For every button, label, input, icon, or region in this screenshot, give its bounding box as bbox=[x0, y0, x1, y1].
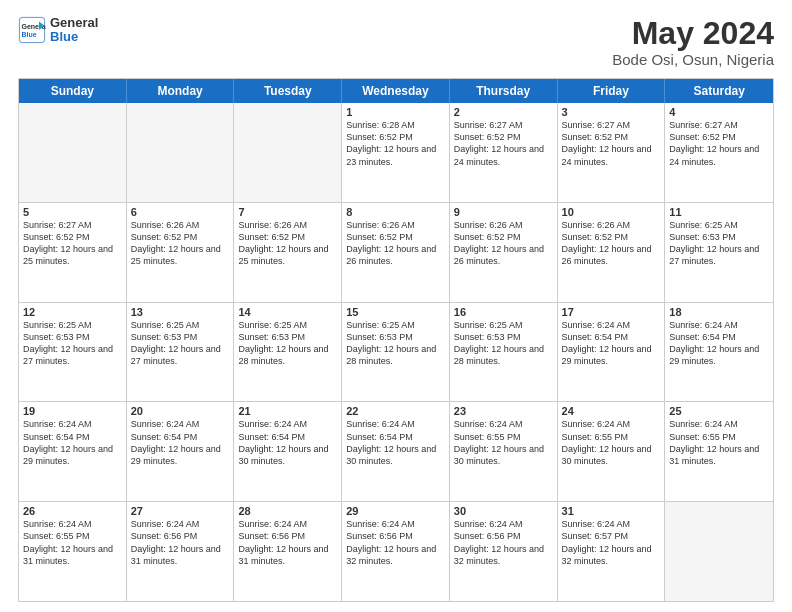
day-number: 30 bbox=[454, 505, 553, 517]
calendar-cell: 10Sunrise: 6:26 AMSunset: 6:52 PMDayligh… bbox=[558, 203, 666, 302]
calendar-cell: 11Sunrise: 6:25 AMSunset: 6:53 PMDayligh… bbox=[665, 203, 773, 302]
day-number: 27 bbox=[131, 505, 230, 517]
calendar-cell: 25Sunrise: 6:24 AMSunset: 6:55 PMDayligh… bbox=[665, 402, 773, 501]
cell-info: Sunrise: 6:26 AMSunset: 6:52 PMDaylight:… bbox=[238, 219, 337, 268]
calendar: Sunday Monday Tuesday Wednesday Thursday… bbox=[18, 78, 774, 602]
calendar-cell: 28Sunrise: 6:24 AMSunset: 6:56 PMDayligh… bbox=[234, 502, 342, 601]
calendar-cell: 13Sunrise: 6:25 AMSunset: 6:53 PMDayligh… bbox=[127, 303, 235, 402]
day-number: 8 bbox=[346, 206, 445, 218]
cell-info: Sunrise: 6:24 AMSunset: 6:56 PMDaylight:… bbox=[131, 518, 230, 567]
day-number: 6 bbox=[131, 206, 230, 218]
calendar-body: 1Sunrise: 6:28 AMSunset: 6:52 PMDaylight… bbox=[19, 103, 773, 601]
day-number: 20 bbox=[131, 405, 230, 417]
cell-info: Sunrise: 6:24 AMSunset: 6:55 PMDaylight:… bbox=[562, 418, 661, 467]
cell-info: Sunrise: 6:26 AMSunset: 6:52 PMDaylight:… bbox=[131, 219, 230, 268]
header-wednesday: Wednesday bbox=[342, 79, 450, 103]
svg-text:Blue: Blue bbox=[22, 31, 37, 38]
cell-info: Sunrise: 6:24 AMSunset: 6:56 PMDaylight:… bbox=[454, 518, 553, 567]
header-sunday: Sunday bbox=[19, 79, 127, 103]
calendar-cell: 4Sunrise: 6:27 AMSunset: 6:52 PMDaylight… bbox=[665, 103, 773, 202]
calendar-cell bbox=[19, 103, 127, 202]
cell-info: Sunrise: 6:26 AMSunset: 6:52 PMDaylight:… bbox=[562, 219, 661, 268]
header-saturday: Saturday bbox=[665, 79, 773, 103]
cell-info: Sunrise: 6:25 AMSunset: 6:53 PMDaylight:… bbox=[454, 319, 553, 368]
calendar-cell: 12Sunrise: 6:25 AMSunset: 6:53 PMDayligh… bbox=[19, 303, 127, 402]
cell-info: Sunrise: 6:24 AMSunset: 6:56 PMDaylight:… bbox=[346, 518, 445, 567]
calendar-cell: 20Sunrise: 6:24 AMSunset: 6:54 PMDayligh… bbox=[127, 402, 235, 501]
calendar-cell: 3Sunrise: 6:27 AMSunset: 6:52 PMDaylight… bbox=[558, 103, 666, 202]
logo-icon: General Blue bbox=[18, 16, 46, 44]
cell-info: Sunrise: 6:24 AMSunset: 6:54 PMDaylight:… bbox=[346, 418, 445, 467]
day-number: 18 bbox=[669, 306, 769, 318]
calendar-cell: 22Sunrise: 6:24 AMSunset: 6:54 PMDayligh… bbox=[342, 402, 450, 501]
calendar-cell: 5Sunrise: 6:27 AMSunset: 6:52 PMDaylight… bbox=[19, 203, 127, 302]
header: General Blue General Blue May 2024 Bode … bbox=[18, 16, 774, 68]
day-number: 1 bbox=[346, 106, 445, 118]
day-number: 17 bbox=[562, 306, 661, 318]
week-row-1: 5Sunrise: 6:27 AMSunset: 6:52 PMDaylight… bbox=[19, 203, 773, 303]
calendar-cell: 7Sunrise: 6:26 AMSunset: 6:52 PMDaylight… bbox=[234, 203, 342, 302]
cell-info: Sunrise: 6:27 AMSunset: 6:52 PMDaylight:… bbox=[562, 119, 661, 168]
cell-info: Sunrise: 6:24 AMSunset: 6:55 PMDaylight:… bbox=[669, 418, 769, 467]
cell-info: Sunrise: 6:24 AMSunset: 6:55 PMDaylight:… bbox=[454, 418, 553, 467]
day-number: 4 bbox=[669, 106, 769, 118]
calendar-cell: 2Sunrise: 6:27 AMSunset: 6:52 PMDaylight… bbox=[450, 103, 558, 202]
header-thursday: Thursday bbox=[450, 79, 558, 103]
cell-info: Sunrise: 6:24 AMSunset: 6:54 PMDaylight:… bbox=[23, 418, 122, 467]
calendar-cell: 31Sunrise: 6:24 AMSunset: 6:57 PMDayligh… bbox=[558, 502, 666, 601]
calendar-cell bbox=[127, 103, 235, 202]
day-number: 23 bbox=[454, 405, 553, 417]
calendar-cell: 18Sunrise: 6:24 AMSunset: 6:54 PMDayligh… bbox=[665, 303, 773, 402]
calendar-cell: 17Sunrise: 6:24 AMSunset: 6:54 PMDayligh… bbox=[558, 303, 666, 402]
svg-rect-0 bbox=[19, 18, 44, 43]
cell-info: Sunrise: 6:24 AMSunset: 6:57 PMDaylight:… bbox=[562, 518, 661, 567]
calendar-cell: 16Sunrise: 6:25 AMSunset: 6:53 PMDayligh… bbox=[450, 303, 558, 402]
week-row-4: 26Sunrise: 6:24 AMSunset: 6:55 PMDayligh… bbox=[19, 502, 773, 601]
day-number: 19 bbox=[23, 405, 122, 417]
day-number: 10 bbox=[562, 206, 661, 218]
calendar-cell: 19Sunrise: 6:24 AMSunset: 6:54 PMDayligh… bbox=[19, 402, 127, 501]
day-number: 15 bbox=[346, 306, 445, 318]
calendar-title: May 2024 bbox=[612, 16, 774, 51]
calendar-cell: 27Sunrise: 6:24 AMSunset: 6:56 PMDayligh… bbox=[127, 502, 235, 601]
page: General Blue General Blue May 2024 Bode … bbox=[0, 0, 792, 612]
calendar-cell: 1Sunrise: 6:28 AMSunset: 6:52 PMDaylight… bbox=[342, 103, 450, 202]
cell-info: Sunrise: 6:24 AMSunset: 6:54 PMDaylight:… bbox=[238, 418, 337, 467]
cell-info: Sunrise: 6:24 AMSunset: 6:54 PMDaylight:… bbox=[131, 418, 230, 467]
cell-info: Sunrise: 6:25 AMSunset: 6:53 PMDaylight:… bbox=[669, 219, 769, 268]
cell-info: Sunrise: 6:24 AMSunset: 6:54 PMDaylight:… bbox=[669, 319, 769, 368]
calendar-cell bbox=[234, 103, 342, 202]
day-number: 9 bbox=[454, 206, 553, 218]
calendar-cell: 23Sunrise: 6:24 AMSunset: 6:55 PMDayligh… bbox=[450, 402, 558, 501]
cell-info: Sunrise: 6:25 AMSunset: 6:53 PMDaylight:… bbox=[23, 319, 122, 368]
cell-info: Sunrise: 6:25 AMSunset: 6:53 PMDaylight:… bbox=[238, 319, 337, 368]
day-number: 3 bbox=[562, 106, 661, 118]
week-row-0: 1Sunrise: 6:28 AMSunset: 6:52 PMDaylight… bbox=[19, 103, 773, 203]
calendar-cell: 30Sunrise: 6:24 AMSunset: 6:56 PMDayligh… bbox=[450, 502, 558, 601]
cell-info: Sunrise: 6:24 AMSunset: 6:54 PMDaylight:… bbox=[562, 319, 661, 368]
day-number: 13 bbox=[131, 306, 230, 318]
day-number: 28 bbox=[238, 505, 337, 517]
cell-info: Sunrise: 6:24 AMSunset: 6:56 PMDaylight:… bbox=[238, 518, 337, 567]
day-number: 7 bbox=[238, 206, 337, 218]
cell-info: Sunrise: 6:25 AMSunset: 6:53 PMDaylight:… bbox=[131, 319, 230, 368]
calendar-cell: 9Sunrise: 6:26 AMSunset: 6:52 PMDaylight… bbox=[450, 203, 558, 302]
calendar-cell: 6Sunrise: 6:26 AMSunset: 6:52 PMDaylight… bbox=[127, 203, 235, 302]
day-number: 11 bbox=[669, 206, 769, 218]
day-number: 31 bbox=[562, 505, 661, 517]
calendar-cell bbox=[665, 502, 773, 601]
cell-info: Sunrise: 6:26 AMSunset: 6:52 PMDaylight:… bbox=[346, 219, 445, 268]
header-monday: Monday bbox=[127, 79, 235, 103]
calendar-header-row: Sunday Monday Tuesday Wednesday Thursday… bbox=[19, 79, 773, 103]
calendar-cell: 15Sunrise: 6:25 AMSunset: 6:53 PMDayligh… bbox=[342, 303, 450, 402]
day-number: 5 bbox=[23, 206, 122, 218]
day-number: 22 bbox=[346, 405, 445, 417]
week-row-3: 19Sunrise: 6:24 AMSunset: 6:54 PMDayligh… bbox=[19, 402, 773, 502]
calendar-cell: 29Sunrise: 6:24 AMSunset: 6:56 PMDayligh… bbox=[342, 502, 450, 601]
cell-info: Sunrise: 6:24 AMSunset: 6:55 PMDaylight:… bbox=[23, 518, 122, 567]
day-number: 25 bbox=[669, 405, 769, 417]
day-number: 14 bbox=[238, 306, 337, 318]
day-number: 2 bbox=[454, 106, 553, 118]
calendar-subtitle: Bode Osi, Osun, Nigeria bbox=[612, 51, 774, 68]
day-number: 29 bbox=[346, 505, 445, 517]
